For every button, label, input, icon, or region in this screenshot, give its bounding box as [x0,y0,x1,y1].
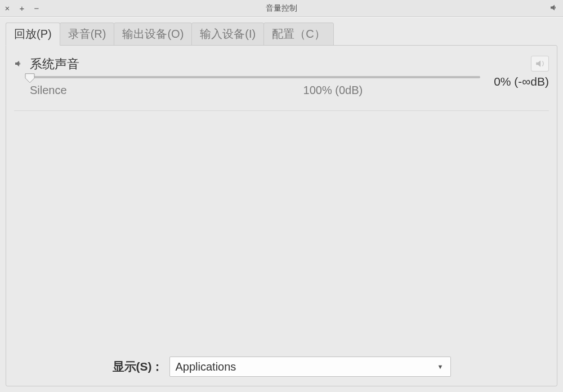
slider-mid-label: 100% (0dB) [303,84,363,97]
mute-button[interactable] [531,56,549,72]
slider-thumb[interactable] [25,73,35,83]
tabbar: 回放(P) 录音(R) 输出设备(O) 输入设备(I) 配置（C） [6,25,557,46]
window-title: 音量控制 [0,3,563,14]
window-controls: × + − [3,0,41,16]
stream-name: 系统声音 [30,56,487,73]
show-select-value: Applications [176,360,236,373]
stream-row: 系统声音 Silence [14,56,549,111]
chevron-down-icon: ▼ [437,363,444,370]
stream-header: 系统声音 Silence [14,56,549,97]
slider-labels: Silence 100% (0dB) [30,84,480,97]
slider-min-label: Silence [30,84,67,97]
tab-configuration[interactable]: 配置（C） [263,23,333,46]
tab-playback[interactable]: 回放(P) [6,23,60,46]
tab-panel-playback: 系统声音 Silence [6,45,557,386]
titlebar: × + − 音量控制 [0,0,563,17]
maximize-icon[interactable]: + [18,3,26,13]
close-icon[interactable]: × [3,3,11,13]
stream-right-controls: 0% (-∞dB) [494,56,549,88]
slider-track[interactable] [30,76,480,78]
app-speaker-icon [549,3,558,14]
stream-speaker-icon [14,59,23,68]
tab-recording[interactable]: 录音(R) [60,23,115,46]
tab-output-devices[interactable]: 输出设备(O) [114,23,192,46]
content-area: 回放(P) 录音(R) 输出设备(O) 输入设备(I) 配置（C） 系统声音 [0,17,563,392]
show-select[interactable]: Applications ▼ [169,357,451,377]
volume-slider[interactable]: Silence 100% (0dB) [30,76,480,97]
minimize-icon[interactable]: − [33,3,41,13]
volume-level-text: 0% (-∞dB) [494,75,549,88]
footer-bar: 显示(S)： Applications ▼ [14,354,549,378]
show-label: 显示(S)： [113,359,164,375]
tab-input-devices[interactable]: 输入设备(I) [191,23,264,46]
